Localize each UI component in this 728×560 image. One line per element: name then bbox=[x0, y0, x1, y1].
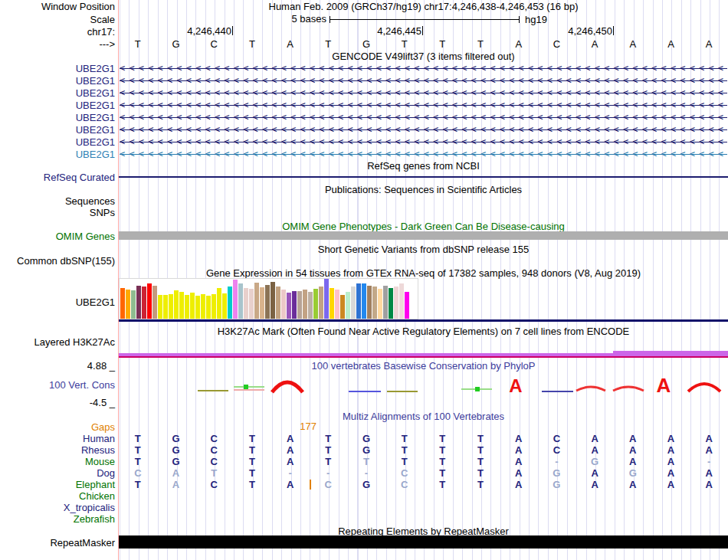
multiz-species-label[interactable]: Zebrafish bbox=[0, 513, 115, 525]
conservation-track-label[interactable]: 100 Vert. Cons bbox=[0, 379, 115, 391]
gencode-gene-intron-arrows[interactable]: <<<<<<<<<<<<<<<<<<<<<<<<<<<<<<<<<<<<<<<<… bbox=[120, 137, 727, 147]
gtex-tissue-bar[interactable] bbox=[378, 289, 382, 319]
gtex-tissue-bar[interactable] bbox=[136, 286, 141, 319]
alignment-base: T bbox=[461, 433, 500, 444]
gtex-tissue-bar[interactable] bbox=[142, 287, 146, 319]
gtex-tissue-bar[interactable] bbox=[163, 295, 168, 319]
sequence-base: C bbox=[195, 38, 233, 50]
multiz-species-label[interactable]: X_tropicalis bbox=[0, 502, 115, 513]
gencode-gene-label[interactable]: UBE2G1 bbox=[0, 75, 115, 87]
gtex-tissue-bar[interactable] bbox=[324, 279, 329, 319]
gtex-tissue-bar[interactable] bbox=[405, 292, 409, 319]
gtex-tissue-bar[interactable] bbox=[179, 292, 184, 319]
gtex-tissue-bar[interactable] bbox=[319, 287, 323, 319]
repeatmasker-label[interactable]: RepeatMasker bbox=[0, 537, 115, 549]
gtex-tissue-bar[interactable] bbox=[190, 293, 195, 319]
gtex-tissue-bar[interactable] bbox=[335, 290, 339, 319]
refseq-curated-gene-line[interactable] bbox=[119, 176, 728, 178]
gtex-tissue-bar[interactable] bbox=[238, 283, 243, 319]
multiz-species-label[interactable]: Chicken bbox=[0, 490, 115, 502]
gtex-tissue-bar[interactable] bbox=[297, 291, 302, 319]
gtex-tissue-bar[interactable] bbox=[169, 294, 173, 319]
gencode-gene-intron-arrows[interactable]: <<<<<<<<<<<<<<<<<<<<<<<<<<<<<<<<<<<<<<<<… bbox=[120, 125, 727, 135]
alignment-base: A bbox=[157, 467, 195, 479]
gtex-tissue-bar[interactable] bbox=[260, 287, 264, 319]
gencode-gene-intron-arrows[interactable]: <<<<<<<<<<<<<<<<<<<<<<<<<<<<<<<<<<<<<<<<… bbox=[120, 100, 727, 110]
gencode-gene-label[interactable]: UBE2G1 bbox=[0, 87, 115, 99]
publications-snps-label[interactable]: SNPs bbox=[0, 207, 115, 218]
sequence-base: T bbox=[309, 38, 347, 50]
multiz-species-label[interactable]: Human bbox=[0, 433, 115, 444]
multiz-gaps-label[interactable]: Gaps bbox=[0, 421, 115, 433]
gtex-tissue-bar[interactable] bbox=[152, 286, 157, 319]
omim-genes-bar[interactable] bbox=[119, 231, 728, 240]
gtex-tissue-bar[interactable] bbox=[126, 290, 130, 319]
multiz-species-label[interactable]: Rhesus bbox=[0, 444, 115, 456]
gtex-tissue-bar[interactable] bbox=[276, 287, 280, 319]
gtex-tissue-bar[interactable] bbox=[254, 283, 259, 319]
gtex-tissue-bar[interactable] bbox=[356, 283, 361, 319]
gtex-tissue-bar[interactable] bbox=[265, 285, 270, 319]
gtex-tissue-bar[interactable] bbox=[330, 288, 334, 319]
gtex-tissue-bar[interactable] bbox=[147, 283, 152, 319]
gencode-gene-intron-arrows[interactable]: <<<<<<<<<<<<<<<<<<<<<<<<<<<<<<<<<<<<<<<<… bbox=[120, 113, 727, 123]
multiz-species-label[interactable]: Elephant bbox=[0, 479, 115, 490]
scale-bar-right-tick bbox=[519, 16, 520, 23]
gtex-tissue-bar[interactable] bbox=[303, 290, 307, 319]
gtex-tissue-bar[interactable] bbox=[389, 288, 393, 319]
gtex-tissue-bar[interactable] bbox=[383, 286, 388, 319]
multiz-species-label[interactable]: Dog bbox=[0, 467, 115, 479]
gencode-gene-intron-arrows[interactable]: <<<<<<<<<<<<<<<<<<<<<<<<<<<<<<<<<<<<<<<<… bbox=[120, 149, 727, 159]
gtex-tissue-bar[interactable] bbox=[244, 288, 248, 319]
gtex-tissue-bar[interactable] bbox=[372, 287, 377, 319]
gencode-gene-intron-arrows[interactable]: <<<<<<<<<<<<<<<<<<<<<<<<<<<<<<<<<<<<<<<<… bbox=[120, 76, 727, 86]
gtex-tissue-bar[interactable] bbox=[367, 286, 372, 319]
gtex-tissue-bar[interactable] bbox=[174, 290, 179, 319]
gencode-gene-label[interactable]: UBE2G1 bbox=[0, 100, 115, 111]
gtex-expression-barchart[interactable] bbox=[119, 278, 418, 319]
gtex-tissue-bar[interactable] bbox=[120, 288, 125, 319]
gtex-tissue-bar[interactable] bbox=[131, 290, 136, 319]
multiz-species-label[interactable]: Mouse bbox=[0, 456, 115, 467]
gtex-tissue-bar[interactable] bbox=[399, 283, 404, 319]
gtex-tissue-bar[interactable] bbox=[292, 291, 297, 319]
gencode-gene-label[interactable]: UBE2G1 bbox=[0, 124, 115, 136]
gtex-tissue-bar[interactable] bbox=[346, 292, 350, 319]
dbsnp-track-title: Short Genetic Variants from dbSNP releas… bbox=[119, 244, 728, 255]
gtex-tissue-bar[interactable] bbox=[249, 289, 254, 319]
gtex-tissue-bar[interactable] bbox=[212, 294, 216, 319]
gtex-tissue-bar[interactable] bbox=[185, 295, 189, 319]
gtex-tissue-bar[interactable] bbox=[340, 295, 345, 319]
layered-h3k27ac-label[interactable]: Layered H3K27Ac bbox=[0, 336, 115, 348]
dna-sequence-row[interactable]: TGCTATGTTTACAAAA bbox=[119, 38, 728, 50]
gtex-tissue-bar[interactable] bbox=[287, 293, 291, 319]
gencode-gene-label[interactable]: UBE2G1 bbox=[0, 149, 115, 160]
omim-genes-label[interactable]: OMIM Genes bbox=[0, 231, 115, 242]
repeatmasker-element-bar[interactable] bbox=[119, 535, 728, 549]
gtex-tissue-bar[interactable] bbox=[308, 292, 313, 319]
gtex-tissue-bar[interactable] bbox=[362, 283, 366, 319]
gtex-tissue-bar[interactable] bbox=[233, 280, 238, 319]
gtex-tissue-bar[interactable] bbox=[201, 294, 205, 319]
common-dbsnp-label[interactable]: Common dbSNP(155) bbox=[0, 255, 115, 267]
gtex-tissue-bar[interactable] bbox=[195, 296, 200, 319]
gtex-tissue-bar[interactable] bbox=[222, 293, 227, 319]
gencode-gene-label[interactable]: UBE2G1 bbox=[0, 112, 115, 123]
gtex-tissue-bar[interactable] bbox=[313, 289, 318, 319]
gtex-tissue-bar[interactable] bbox=[394, 287, 398, 319]
gencode-gene-intron-arrows[interactable]: <<<<<<<<<<<<<<<<<<<<<<<<<<<<<<<<<<<<<<<<… bbox=[120, 64, 727, 74]
gtex-tissue-bar[interactable] bbox=[271, 282, 275, 319]
gtex-tissue-bar[interactable] bbox=[228, 287, 232, 319]
gencode-gene-label[interactable]: UBE2G1 bbox=[0, 63, 115, 74]
gtex-gene-label[interactable]: UBE2G1 bbox=[0, 296, 115, 308]
gencode-gene-intron-arrows[interactable]: <<<<<<<<<<<<<<<<<<<<<<<<<<<<<<<<<<<<<<<<… bbox=[120, 88, 727, 98]
gtex-tissue-bar[interactable] bbox=[158, 295, 162, 319]
gtex-tissue-bar[interactable] bbox=[281, 290, 286, 319]
gencode-gene-label[interactable]: UBE2G1 bbox=[0, 136, 115, 148]
gtex-tissue-bar[interactable] bbox=[217, 288, 221, 319]
publications-sequences-label[interactable]: Sequences bbox=[0, 195, 115, 207]
h3k27ac-signal-line[interactable] bbox=[119, 356, 728, 358]
gtex-tissue-bar[interactable] bbox=[351, 287, 356, 319]
refseq-curated-label[interactable]: RefSeq Curated bbox=[0, 172, 115, 183]
gtex-tissue-bar[interactable] bbox=[206, 296, 211, 319]
